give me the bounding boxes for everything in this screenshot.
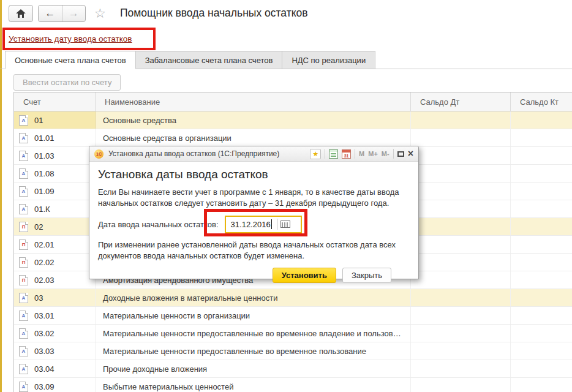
account-code: 01.01 xyxy=(34,134,55,143)
maximize-icon[interactable] xyxy=(397,151,404,157)
column-header-saldo-dt[interactable]: Сальдо Дт xyxy=(411,92,511,111)
saldo-kt-cell[interactable] xyxy=(511,378,572,392)
account-name-cell[interactable]: Доходные вложения в материальные ценност… xyxy=(96,289,411,306)
saldo-kt-cell[interactable] xyxy=(511,289,572,306)
account-code-cell[interactable]: А03 xyxy=(14,289,96,306)
saldo-dt-cell[interactable] xyxy=(411,236,511,253)
account-code-cell[interactable]: А01.08 xyxy=(14,165,96,182)
account-code-cell[interactable]: А01.09 xyxy=(14,183,96,200)
saldo-dt-cell[interactable] xyxy=(411,378,511,392)
tab-2[interactable]: НДС по реализации xyxy=(282,51,375,69)
table-row[interactable]: А03Доходные вложения в материальные ценн… xyxy=(14,289,572,307)
account-code-cell[interactable]: А01.01 xyxy=(14,129,96,146)
enter-balances-button[interactable]: Ввести остатки по счету xyxy=(13,74,121,91)
saldo-kt-cell[interactable] xyxy=(511,129,572,146)
date-input-row: Дата ввода начальных остатков: 31.12.201… xyxy=(98,215,410,234)
tab-1[interactable]: Забалансовые счета плана счетов xyxy=(136,51,283,69)
favorite-star-icon[interactable]: ☆ xyxy=(94,5,106,22)
account-code-cell[interactable]: А03.09 xyxy=(14,378,96,392)
saldo-kt-cell[interactable] xyxy=(511,218,572,235)
home-button[interactable] xyxy=(9,5,33,22)
table-row[interactable]: А03.09Выбытие материальных ценностей xyxy=(14,378,572,392)
account-name-cell[interactable]: Прочие доходные вложения xyxy=(96,360,411,377)
history-nav-group: ← → xyxy=(38,5,86,22)
account-name-cell[interactable]: Выбытие материальных ценностей xyxy=(96,378,411,392)
forward-button[interactable]: → xyxy=(62,6,86,21)
saldo-dt-cell[interactable] xyxy=(411,165,511,182)
saldo-kt-cell[interactable] xyxy=(511,342,572,360)
table-row[interactable]: А03.04Прочие доходные вложения xyxy=(14,360,572,378)
account-name-cell[interactable]: Материальные ценности предоставленные во… xyxy=(96,325,411,342)
date-picker-icon[interactable] xyxy=(280,221,290,228)
close-icon[interactable]: × xyxy=(408,149,413,159)
set-balance-date-link[interactable]: Установить дату ввода остатков xyxy=(9,34,132,43)
saldo-dt-cell[interactable] xyxy=(411,307,511,324)
account-type-icon: А xyxy=(19,186,28,197)
saldo-dt-cell[interactable] xyxy=(411,342,511,360)
account-code-cell[interactable]: А03.02 xyxy=(14,325,96,342)
account-code-cell[interactable]: А03.01 xyxy=(14,307,96,324)
account-code-cell[interactable]: А03.04 xyxy=(14,360,96,377)
saldo-dt-cell[interactable] xyxy=(411,289,511,306)
table-row[interactable]: А03.03Материальные ценности предоставлен… xyxy=(14,342,572,360)
calendar-icon[interactable]: 31 xyxy=(342,149,351,159)
saldo-dt-cell[interactable] xyxy=(411,360,511,377)
account-code-cell[interactable]: П02.01 xyxy=(14,236,96,253)
account-code-cell[interactable]: А01 xyxy=(14,111,96,129)
saldo-kt-cell[interactable] xyxy=(511,271,572,288)
back-button[interactable]: ← xyxy=(39,6,62,21)
saldo-dt-cell[interactable] xyxy=(411,129,511,146)
account-code-cell[interactable]: А01.03 xyxy=(14,147,96,164)
dialog-titlebar[interactable]: 1С Установка даты ввода остатков (1С:Пре… xyxy=(89,146,418,162)
memory-plus-button[interactable]: M+ xyxy=(368,150,378,157)
saldo-dt-cell[interactable] xyxy=(411,183,511,200)
tab-0[interactable]: Основные счета плана счетов xyxy=(5,51,136,69)
saldo-kt-cell[interactable] xyxy=(511,360,572,377)
table-row[interactable]: А03.02Материальные ценности предоставлен… xyxy=(14,325,572,342)
forward-arrow-icon: → xyxy=(69,7,79,20)
date-input-field[interactable]: 31.12.2016 xyxy=(225,216,302,233)
saldo-kt-cell[interactable] xyxy=(511,147,572,164)
saldo-kt-cell[interactable] xyxy=(511,165,572,182)
main-window: ← → ☆ Помощник ввода начальных остатков … xyxy=(0,0,572,392)
saldo-dt-cell[interactable] xyxy=(411,325,511,342)
saldo-kt-cell[interactable] xyxy=(511,183,572,200)
favorite-icon-button[interactable]: ★ xyxy=(310,149,321,159)
1c-logo-icon: 1С xyxy=(94,149,103,159)
set-button[interactable]: Установить xyxy=(273,268,336,283)
saldo-kt-cell[interactable] xyxy=(511,111,572,129)
account-code-cell[interactable]: П02.03 xyxy=(14,271,96,288)
saldo-dt-cell[interactable] xyxy=(411,147,511,164)
calculator-icon[interactable] xyxy=(329,149,338,159)
close-button[interactable]: Закрыть xyxy=(342,268,391,283)
memory-minus-button[interactable]: M- xyxy=(382,150,389,157)
saldo-dt-cell[interactable] xyxy=(411,111,511,129)
account-code: 02.02 xyxy=(34,258,55,267)
table-row[interactable]: А01Основные средства xyxy=(14,111,572,129)
table-row[interactable]: А03.01Материальные ценности в организаци… xyxy=(14,307,572,325)
saldo-kt-cell[interactable] xyxy=(511,307,572,324)
saldo-dt-cell[interactable] xyxy=(411,271,511,288)
account-name-cell[interactable]: Материальные ценности в организации xyxy=(96,307,411,324)
column-header-saldo-kt[interactable]: Сальдо Кт xyxy=(511,92,572,111)
account-type-icon: А xyxy=(19,328,28,339)
saldo-kt-cell[interactable] xyxy=(511,325,572,342)
saldo-kt-cell[interactable] xyxy=(511,200,572,217)
account-code-cell[interactable]: А03.03 xyxy=(14,342,96,360)
account-name-cell[interactable]: Основные средства в организации xyxy=(96,129,411,146)
column-header-account[interactable]: Счет xyxy=(14,92,96,111)
account-code-cell[interactable]: А01.К xyxy=(14,200,96,217)
column-header-name[interactable]: Наименование xyxy=(96,92,411,111)
memory-button[interactable]: M xyxy=(359,150,364,157)
account-code-cell[interactable]: П02.02 xyxy=(14,254,96,271)
saldo-dt-cell[interactable] xyxy=(411,218,511,235)
account-name-cell[interactable]: Материальные ценности предоставленные во… xyxy=(96,342,411,360)
account-code-cell[interactable]: П02 xyxy=(14,218,96,235)
account-code: 03.09 xyxy=(34,382,55,391)
saldo-dt-cell[interactable] xyxy=(411,254,511,271)
saldo-kt-cell[interactable] xyxy=(511,236,572,253)
saldo-dt-cell[interactable] xyxy=(411,200,511,217)
table-row[interactable]: А01.01Основные средства в организации xyxy=(14,129,572,147)
saldo-kt-cell[interactable] xyxy=(511,254,572,271)
account-name-cell[interactable]: Основные средства xyxy=(96,111,411,129)
